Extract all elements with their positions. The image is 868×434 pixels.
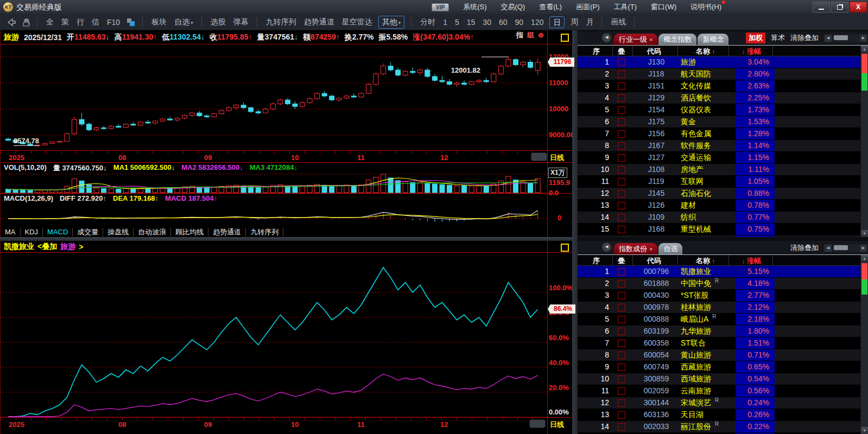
indicator-tab-MA[interactable]: MA <box>1 228 21 237</box>
table-row[interactable]: 9600749西藏旅游0.65% <box>578 361 860 373</box>
table-row[interactable]: 2601888中国中免R4.18% <box>578 278 860 290</box>
indicator-tab-九转序列[interactable]: 九转序列 <box>246 228 283 237</box>
table-row[interactable]: 7600358ST联合1.51% <box>578 337 860 349</box>
table-row[interactable]: 4000978桂林旅游2.12% <box>578 302 860 314</box>
table-row[interactable]: 2J118航天国防2.80% <box>578 68 860 80</box>
col-change[interactable]: ↓ 涨幅 <box>742 256 761 266</box>
overlay-checkbox[interactable] <box>618 280 625 288</box>
table-row[interactable]: 11J119互联网1.05% <box>578 176 860 188</box>
indicator-tab-操盘线[interactable]: 操盘线 <box>103 228 134 237</box>
table-row[interactable]: 5000888峨眉山AR2.18% <box>578 314 860 326</box>
table-row[interactable]: 6J175黄金1.53% <box>578 116 860 128</box>
table-row[interactable]: 10300859西域旅游0.54% <box>578 373 860 385</box>
toolbar-item-趋势通道[interactable]: 趋势通道 <box>300 17 338 27</box>
table-row[interactable]: 5J154仪器仪表1.73% <box>578 104 860 116</box>
table-row[interactable]: 1J130旅游3.04% <box>578 56 860 68</box>
overlay-checkbox[interactable] <box>618 268 625 276</box>
col-name[interactable]: 名称 ↑ <box>696 256 715 266</box>
overlay-checkbox[interactable] <box>618 82 625 90</box>
table-row[interactable]: 8J167软件服务1.14% <box>578 140 860 152</box>
table-row[interactable]: 13J126建材0.78% <box>578 200 860 212</box>
vertical-splitter[interactable] <box>572 30 578 434</box>
overlay-checkbox[interactable] <box>618 202 625 209</box>
col-change[interactable]: ↓ 涨幅 <box>742 47 761 56</box>
col-code[interactable]: 代码 <box>647 256 661 266</box>
table-row[interactable]: 10J108房地产1.11% <box>578 164 860 176</box>
toolbar-item-选股[interactable]: 选股 <box>207 17 230 27</box>
scroll-left-button[interactable]: ◀ <box>824 244 832 252</box>
col-overlay[interactable]: 叠 <box>618 256 625 266</box>
overlay-checkbox[interactable] <box>618 304 625 311</box>
toolbar-item-画线[interactable]: 画线 <box>607 17 630 27</box>
overlay-checkbox[interactable] <box>618 411 625 419</box>
toolbar-item-日[interactable]: 日 <box>549 16 565 28</box>
back-arrow-icon[interactable] <box>5 16 17 28</box>
overlay-checkbox[interactable] <box>618 118 625 126</box>
toolbar-item-5[interactable]: 5 <box>451 18 463 27</box>
indicator-tab-自动波浪[interactable]: 自动波浪 <box>134 228 171 237</box>
overlay-checkbox[interactable] <box>618 71 625 78</box>
scroll-left-button[interactable]: ◀ <box>824 34 832 42</box>
vertical-scrollbar[interactable]: ▲▼ <box>860 46 868 237</box>
overlay-checkbox[interactable] <box>618 316 625 323</box>
col-code[interactable]: 代码 <box>647 47 661 56</box>
toolbar-item-分时[interactable]: 分时 <box>416 17 439 27</box>
sort-asc-icon[interactable]: ↑ <box>712 258 715 264</box>
toolbar-item-信[interactable]: 信 <box>88 17 103 27</box>
maximize-pane-icon[interactable] <box>561 34 569 42</box>
overlay-checkbox[interactable] <box>618 328 625 335</box>
overlay-checkbox[interactable] <box>618 340 625 347</box>
overlay-checkbox[interactable] <box>618 292 625 299</box>
group-tool[interactable]: 组 <box>527 30 534 40</box>
minimize-button[interactable] <box>813 2 830 12</box>
overlap-squares-icon[interactable] <box>125 16 137 28</box>
toolbar-item-90[interactable]: 90 <box>511 18 528 27</box>
restore-button[interactable] <box>831 2 848 12</box>
overlay-checkbox[interactable] <box>618 142 625 150</box>
menu-item[interactable]: 系统(S) <box>463 2 486 12</box>
tab-指数成份[interactable]: 指数成份× <box>614 243 657 254</box>
tab-概念指数[interactable]: 概念指数 <box>658 34 696 45</box>
table-row[interactable]: 6603199九华旅游1.80% <box>578 326 860 337</box>
overlay-checkbox[interactable] <box>618 166 625 174</box>
close-tab-icon[interactable]: × <box>649 246 652 252</box>
toolbar-item-120[interactable]: 120 <box>527 18 547 27</box>
table-row[interactable]: 11002059云南旅游0.56% <box>578 385 860 397</box>
overlay-checkbox[interactable] <box>618 214 625 221</box>
overlay-checkbox[interactable] <box>618 59 625 66</box>
scroll-track[interactable] <box>832 34 859 42</box>
overlay-checkbox[interactable] <box>618 352 625 359</box>
table-row[interactable]: 15J168重型机械0.75% <box>578 224 860 235</box>
scroll-up-button[interactable]: ▲ <box>861 46 868 53</box>
period-label[interactable]: 日线 <box>550 420 564 430</box>
horizontal-scrollbar[interactable]: ◀▶ <box>824 244 867 252</box>
menu-item[interactable]: 说明书(H) <box>690 2 721 12</box>
clear_overlay-button[interactable]: 清除叠加 <box>790 33 819 43</box>
indicator-tab-KDJ[interactable]: KDJ <box>21 228 43 237</box>
toolbar-item-板块[interactable]: 板块 <box>148 17 170 27</box>
table-row[interactable]: 3J151文化传媒2.63% <box>578 80 860 92</box>
menu-item[interactable]: 画面(P) <box>576 2 599 12</box>
overlay-checkbox[interactable] <box>618 190 625 197</box>
clear_overlay-button[interactable]: 清除叠加 <box>790 243 819 253</box>
overlay-checkbox[interactable] <box>618 154 625 162</box>
indicator-tab-顾比均线[interactable]: 顾比均线 <box>171 228 208 237</box>
toolbar-item-月[interactable]: 月 <box>582 17 597 27</box>
table-row[interactable]: 3000430*ST张股2.77% <box>578 290 860 302</box>
close-button[interactable]: X <box>850 2 867 12</box>
col-seq[interactable]: 序 <box>593 47 600 56</box>
indicator-tab-趋势通道[interactable]: 趋势通道 <box>208 228 246 237</box>
toolbar-item-行[interactable]: 行 <box>73 17 88 27</box>
scroll-right-button[interactable]: ▶ <box>859 244 867 252</box>
toolbar-item-F10[interactable]: F10 <box>103 18 124 27</box>
macd-panel[interactable]: MACD(12,26,9) DIFF 272.920↑DEA 179.168↑M… <box>1 193 573 227</box>
compare-line-chart[interactable] <box>1 253 573 417</box>
overlay-checkbox[interactable] <box>618 226 625 233</box>
volume-panel[interactable]: VOL(5,10,20) 量 3747560.750↓MA1 5006592.5… <box>1 162 573 193</box>
maximize-pane-icon[interactable] <box>561 244 569 252</box>
toolbar-item-15[interactable]: 15 <box>463 18 479 27</box>
indicator-tab-MACD[interactable]: MACD <box>43 228 73 237</box>
scroll-right-button[interactable]: ▶ <box>859 34 867 42</box>
menu-item[interactable]: 交易(Q) <box>500 2 525 12</box>
candlestick-chart[interactable]: 12001.828574.78 <box>1 44 573 150</box>
